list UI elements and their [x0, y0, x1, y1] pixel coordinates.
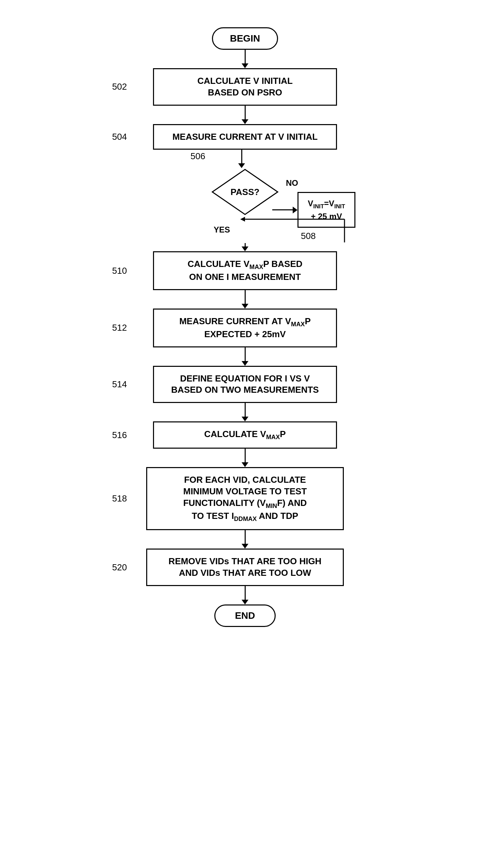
label-506: 506 — [190, 151, 205, 162]
step-514-box: DEFINE EQUATION FOR I VS VBASED ON TWO M… — [153, 366, 337, 403]
begin-terminal: BEGIN — [212, 27, 278, 50]
flowchart: BEGIN 502 CALCULATE V INITIALBASED ON PS… — [92, 14, 398, 647]
label-512: 512 — [112, 323, 127, 333]
step-520-row: 520 REMOVE VIDs THAT ARE TOO HIGHAND VID… — [92, 549, 398, 586]
label-520: 520 — [112, 562, 127, 573]
step-516-row: 516 CALCULATE VMAXP — [92, 421, 398, 449]
step-504-text: MEASURE CURRENT AT V INITIAL — [172, 132, 318, 142]
step-512-row: 512 MEASURE CURRENT AT VMAXPEXPECTED + 2… — [92, 309, 398, 347]
step-506-text: PASS? — [231, 187, 260, 197]
no-label: NO — [286, 178, 298, 188]
step-516-text: CALCULATE VMAXP — [204, 429, 286, 439]
label-516: 516 — [112, 430, 127, 440]
step-504-box: MEASURE CURRENT AT V INITIAL — [153, 124, 337, 150]
step-504-row: 504 MEASURE CURRENT AT V INITIAL — [92, 124, 398, 150]
step-512-text: MEASURE CURRENT AT VMAXPEXPECTED + 25mV — [179, 316, 311, 339]
svg-marker-3 — [240, 217, 245, 222]
end-terminal: END — [214, 604, 276, 627]
step-514-row: 514 DEFINE EQUATION FOR I VS VBASED ON T… — [92, 366, 398, 403]
feedback-arrow — [92, 216, 398, 243]
label-504: 504 — [112, 132, 127, 142]
step-502-row: 502 CALCULATE V INITIALBASED ON PSRO — [92, 68, 398, 106]
label-518: 518 — [112, 493, 127, 504]
step-518-text: FOR EACH VID, CALCULATE MINIMUM VOLTAGE … — [183, 475, 307, 521]
step-514-text: DEFINE EQUATION FOR I VS VBASED ON TWO M… — [171, 373, 319, 395]
label-514: 514 — [112, 379, 127, 390]
step-518-box: FOR EACH VID, CALCULATE MINIMUM VOLTAGE … — [146, 467, 344, 530]
label-502: 502 — [112, 81, 127, 92]
step-510-text: CALCULATE VMAXP BASEDON ONE I MEASUREMEN… — [187, 259, 302, 282]
step-520-box: REMOVE VIDs THAT ARE TOO HIGHAND VIDs TH… — [146, 549, 344, 586]
step-506-diamond: PASS? — [211, 168, 279, 216]
step-502-box: CALCULATE V INITIALBASED ON PSRO — [153, 68, 337, 106]
feedback-space — [92, 216, 398, 243]
step-510-box: CALCULATE VMAXP BASEDON ONE I MEASUREMEN… — [153, 251, 337, 290]
step-512-box: MEASURE CURRENT AT VMAXPEXPECTED + 25mV — [153, 309, 337, 347]
step-510-row: 510 CALCULATE VMAXP BASEDON ONE I MEASUR… — [92, 251, 398, 290]
step-518-row: 518 FOR EACH VID, CALCULATE MINIMUM VOLT… — [92, 467, 398, 530]
decision-row: 506 PASS? VINIT=VINIT+ 25 mV 508 NO — [92, 168, 398, 216]
step-520-text: REMOVE VIDs THAT ARE TOO HIGHAND VIDs TH… — [169, 556, 322, 578]
step-516-box: CALCULATE VMAXP — [153, 421, 337, 449]
label-510: 510 — [112, 266, 127, 276]
step-502-text: CALCULATE V INITIALBASED ON PSRO — [197, 76, 293, 98]
